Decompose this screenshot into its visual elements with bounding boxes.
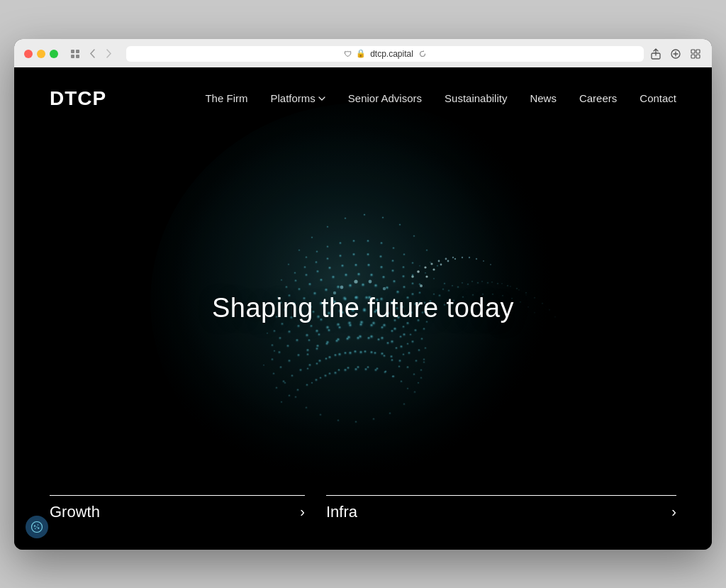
svg-rect-2 xyxy=(71,55,74,58)
nav-item-contact[interactable]: Contact xyxy=(640,92,676,105)
address-bar-row: 🛡 🔒 dtcp.capital xyxy=(126,46,702,62)
site-content: DTCP The Firm Platforms Senior Advisors xyxy=(14,67,712,550)
nav-item-news[interactable]: News xyxy=(530,92,557,105)
browser-window: 🛡 🔒 dtcp.capital xyxy=(14,39,712,550)
svg-rect-1 xyxy=(76,50,79,53)
hero-tagline: Shaping the future today xyxy=(212,293,514,323)
maximize-button[interactable] xyxy=(50,50,58,58)
url-text: dtcp.capital xyxy=(370,49,413,59)
add-tab-icon[interactable] xyxy=(669,48,682,60)
tabs-grid-icon[interactable] xyxy=(689,48,702,60)
svg-point-338 xyxy=(38,524,39,526)
browser-titlebar: 🛡 🔒 dtcp.capital xyxy=(24,46,702,62)
growth-arrow: › xyxy=(300,504,305,520)
forward-button[interactable] xyxy=(104,48,115,60)
svg-point-339 xyxy=(38,527,39,528)
site-logo[interactable]: DTCP xyxy=(50,87,106,110)
infra-text: Infra xyxy=(326,503,357,521)
cookie-button[interactable] xyxy=(26,516,48,538)
nav-link-senior-advisors[interactable]: Senior Advisors xyxy=(348,92,422,104)
nav-link-platforms[interactable]: Platforms xyxy=(270,92,325,104)
browser-controls xyxy=(69,48,115,60)
infra-arrow: › xyxy=(671,504,676,520)
growth-label[interactable]: Growth › xyxy=(50,503,305,521)
nav-links: The Firm Platforms Senior Advisors Susta… xyxy=(205,92,676,105)
address-bar[interactable]: 🛡 🔒 dtcp.capital xyxy=(126,46,644,62)
svg-point-337 xyxy=(34,525,35,526)
svg-rect-8 xyxy=(691,55,695,58)
lock-icon: 🔒 xyxy=(356,49,366,58)
svg-point-340 xyxy=(35,528,36,529)
svg-rect-3 xyxy=(76,55,79,58)
bottom-card-growth[interactable]: Growth › xyxy=(50,495,305,521)
nav-link-contact[interactable]: Contact xyxy=(640,92,676,104)
nav-item-senior-advisors[interactable]: Senior Advisors xyxy=(348,92,422,105)
back-button[interactable] xyxy=(86,48,98,60)
browser-actions xyxy=(649,48,702,60)
svg-rect-9 xyxy=(696,55,700,58)
shield-icon: 🛡 xyxy=(344,50,352,58)
svg-rect-6 xyxy=(691,50,695,53)
svg-point-341 xyxy=(36,526,38,528)
browser-chrome: 🛡 🔒 dtcp.capital xyxy=(14,39,712,67)
nav-item-the-firm[interactable]: The Firm xyxy=(205,92,247,105)
nav-link-news[interactable]: News xyxy=(530,92,557,104)
share-icon[interactable] xyxy=(649,48,662,60)
minimize-button[interactable] xyxy=(37,50,45,58)
chevron-down-icon xyxy=(318,95,325,102)
infra-label[interactable]: Infra › xyxy=(326,503,676,521)
svg-rect-0 xyxy=(71,50,74,53)
grid-view-icon[interactable] xyxy=(69,48,81,60)
bottom-card-infra[interactable]: Infra › xyxy=(326,495,676,521)
hero-section: Shaping the future today xyxy=(14,67,712,550)
nav-item-careers[interactable]: Careers xyxy=(579,92,617,105)
traffic-lights xyxy=(24,50,58,58)
site-navigation: DTCP The Firm Platforms Senior Advisors xyxy=(14,67,712,130)
svg-rect-7 xyxy=(696,50,700,53)
cookie-icon xyxy=(30,521,43,533)
nav-item-platforms[interactable]: Platforms xyxy=(270,92,325,104)
refresh-icon[interactable] xyxy=(419,50,426,57)
nav-link-sustainability[interactable]: Sustainability xyxy=(445,92,507,104)
close-button[interactable] xyxy=(24,50,33,58)
nav-link-careers[interactable]: Careers xyxy=(579,92,617,104)
site-bottom-section: Growth › Infra › xyxy=(14,495,712,550)
nav-link-the-firm[interactable]: The Firm xyxy=(205,92,247,104)
growth-text: Growth xyxy=(50,503,100,521)
nav-item-sustainability[interactable]: Sustainability xyxy=(445,92,507,105)
